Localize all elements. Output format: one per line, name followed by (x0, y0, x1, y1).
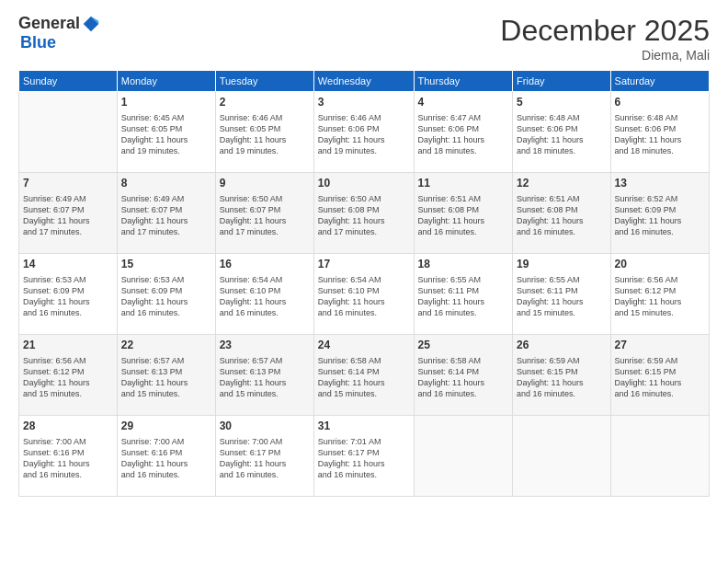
table-row: 17Sunrise: 6:54 AM Sunset: 6:10 PM Dayli… (313, 254, 414, 335)
day-number: 4 (418, 95, 509, 110)
day-info: Sunrise: 6:48 AM Sunset: 6:06 PM Dayligh… (517, 112, 607, 157)
table-row: 1Sunrise: 6:45 AM Sunset: 6:05 PM Daylig… (117, 92, 215, 173)
day-number: 23 (220, 338, 310, 353)
logo-blue-text: Blue (20, 33, 56, 52)
day-number: 9 (220, 176, 310, 191)
table-row: 6Sunrise: 6:48 AM Sunset: 6:06 PM Daylig… (610, 92, 709, 173)
table-row: 31Sunrise: 7:01 AM Sunset: 6:17 PM Dayli… (313, 416, 414, 497)
table-row: 9Sunrise: 6:50 AM Sunset: 6:07 PM Daylig… (215, 173, 313, 254)
day-number: 28 (23, 419, 113, 434)
header-saturday: Saturday (610, 71, 709, 92)
table-row: 5Sunrise: 6:48 AM Sunset: 6:06 PM Daylig… (513, 92, 611, 173)
svg-marker-0 (84, 16, 99, 31)
table-row: 30Sunrise: 7:00 AM Sunset: 6:17 PM Dayli… (215, 416, 313, 497)
logo: General Blue (18, 14, 100, 52)
day-number: 14 (23, 257, 113, 272)
table-row (610, 416, 709, 497)
day-number: 12 (517, 176, 607, 191)
day-number: 1 (121, 95, 211, 110)
day-info: Sunrise: 6:49 AM Sunset: 6:07 PM Dayligh… (121, 193, 211, 238)
day-info: Sunrise: 6:58 AM Sunset: 6:14 PM Dayligh… (318, 355, 410, 400)
day-info: Sunrise: 6:46 AM Sunset: 6:05 PM Dayligh… (220, 112, 310, 157)
day-number: 21 (23, 338, 113, 353)
table-row: 25Sunrise: 6:58 AM Sunset: 6:14 PM Dayli… (414, 335, 513, 416)
day-number: 7 (23, 176, 113, 191)
weekday-header-row: Sunday Monday Tuesday Wednesday Thursday… (19, 71, 710, 92)
calendar-table: Sunday Monday Tuesday Wednesday Thursday… (18, 70, 710, 497)
table-row: 13Sunrise: 6:52 AM Sunset: 6:09 PM Dayli… (610, 173, 709, 254)
day-info: Sunrise: 6:59 AM Sunset: 6:15 PM Dayligh… (517, 355, 607, 400)
logo-text: General (18, 14, 100, 33)
day-info: Sunrise: 6:52 AM Sunset: 6:09 PM Dayligh… (615, 193, 705, 238)
day-number: 18 (418, 257, 509, 272)
table-row: 22Sunrise: 6:57 AM Sunset: 6:13 PM Dayli… (117, 335, 215, 416)
day-info: Sunrise: 6:58 AM Sunset: 6:14 PM Dayligh… (418, 355, 509, 400)
day-number: 8 (121, 176, 211, 191)
day-info: Sunrise: 7:00 AM Sunset: 6:16 PM Dayligh… (23, 436, 113, 481)
table-row: 26Sunrise: 6:59 AM Sunset: 6:15 PM Dayli… (513, 335, 611, 416)
page: General Blue December 2025 Diema, Mali S… (0, 0, 728, 563)
header-tuesday: Tuesday (215, 71, 313, 92)
day-info: Sunrise: 6:54 AM Sunset: 6:10 PM Dayligh… (318, 274, 410, 319)
day-number: 30 (220, 419, 310, 434)
day-number: 13 (615, 176, 705, 191)
day-info: Sunrise: 6:55 AM Sunset: 6:11 PM Dayligh… (517, 274, 607, 319)
day-number: 24 (318, 338, 410, 353)
table-row: 29Sunrise: 7:00 AM Sunset: 6:16 PM Dayli… (117, 416, 215, 497)
table-row: 7Sunrise: 6:49 AM Sunset: 6:07 PM Daylig… (19, 173, 118, 254)
day-info: Sunrise: 6:53 AM Sunset: 6:09 PM Dayligh… (23, 274, 113, 319)
day-info: Sunrise: 6:57 AM Sunset: 6:13 PM Dayligh… (220, 355, 310, 400)
table-row: 16Sunrise: 6:54 AM Sunset: 6:10 PM Dayli… (215, 254, 313, 335)
table-row: 12Sunrise: 6:51 AM Sunset: 6:08 PM Dayli… (513, 173, 611, 254)
table-row: 20Sunrise: 6:56 AM Sunset: 6:12 PM Dayli… (610, 254, 709, 335)
table-row: 18Sunrise: 6:55 AM Sunset: 6:11 PM Dayli… (414, 254, 513, 335)
table-row: 14Sunrise: 6:53 AM Sunset: 6:09 PM Dayli… (19, 254, 118, 335)
logo-icon (82, 15, 100, 33)
day-number: 19 (517, 257, 607, 272)
table-row: 4Sunrise: 6:47 AM Sunset: 6:06 PM Daylig… (414, 92, 513, 173)
table-row (414, 416, 513, 497)
day-info: Sunrise: 6:50 AM Sunset: 6:08 PM Dayligh… (318, 193, 410, 238)
table-row: 27Sunrise: 6:59 AM Sunset: 6:15 PM Dayli… (610, 335, 709, 416)
day-number: 29 (121, 419, 211, 434)
table-row (513, 416, 611, 497)
day-info: Sunrise: 6:55 AM Sunset: 6:11 PM Dayligh… (418, 274, 509, 319)
day-info: Sunrise: 6:47 AM Sunset: 6:06 PM Dayligh… (418, 112, 509, 157)
day-number: 10 (318, 176, 410, 191)
day-number: 31 (318, 419, 410, 434)
day-number: 3 (318, 95, 410, 110)
day-info: Sunrise: 6:51 AM Sunset: 6:08 PM Dayligh… (418, 193, 509, 238)
day-number: 16 (220, 257, 310, 272)
table-row (19, 92, 118, 173)
logo-general: General (18, 14, 80, 33)
day-info: Sunrise: 6:51 AM Sunset: 6:08 PM Dayligh… (517, 193, 607, 238)
day-number: 26 (517, 338, 607, 353)
header-wednesday: Wednesday (313, 71, 414, 92)
table-row: 10Sunrise: 6:50 AM Sunset: 6:08 PM Dayli… (313, 173, 414, 254)
table-row: 24Sunrise: 6:58 AM Sunset: 6:14 PM Dayli… (313, 335, 414, 416)
table-row: 21Sunrise: 6:56 AM Sunset: 6:12 PM Dayli… (19, 335, 118, 416)
day-info: Sunrise: 7:00 AM Sunset: 6:17 PM Dayligh… (220, 436, 310, 481)
table-row: 23Sunrise: 6:57 AM Sunset: 6:13 PM Dayli… (215, 335, 313, 416)
day-info: Sunrise: 6:50 AM Sunset: 6:07 PM Dayligh… (220, 193, 310, 238)
table-row: 8Sunrise: 6:49 AM Sunset: 6:07 PM Daylig… (117, 173, 215, 254)
table-row: 3Sunrise: 6:46 AM Sunset: 6:06 PM Daylig… (313, 92, 414, 173)
day-number: 17 (318, 257, 410, 272)
table-row: 11Sunrise: 6:51 AM Sunset: 6:08 PM Dayli… (414, 173, 513, 254)
table-row: 2Sunrise: 6:46 AM Sunset: 6:05 PM Daylig… (215, 92, 313, 173)
header-sunday: Sunday (19, 71, 118, 92)
day-number: 27 (615, 338, 705, 353)
header: General Blue December 2025 Diema, Mali (18, 14, 710, 63)
day-number: 11 (418, 176, 509, 191)
day-info: Sunrise: 6:56 AM Sunset: 6:12 PM Dayligh… (23, 355, 113, 400)
day-info: Sunrise: 6:49 AM Sunset: 6:07 PM Dayligh… (23, 193, 113, 238)
header-friday: Friday (513, 71, 611, 92)
day-info: Sunrise: 6:45 AM Sunset: 6:05 PM Dayligh… (121, 112, 211, 157)
location: Diema, Mali (500, 48, 710, 63)
day-info: Sunrise: 6:48 AM Sunset: 6:06 PM Dayligh… (615, 112, 705, 157)
header-monday: Monday (117, 71, 215, 92)
day-number: 6 (615, 95, 705, 110)
day-info: Sunrise: 6:57 AM Sunset: 6:13 PM Dayligh… (121, 355, 211, 400)
day-number: 5 (517, 95, 607, 110)
day-number: 20 (615, 257, 705, 272)
